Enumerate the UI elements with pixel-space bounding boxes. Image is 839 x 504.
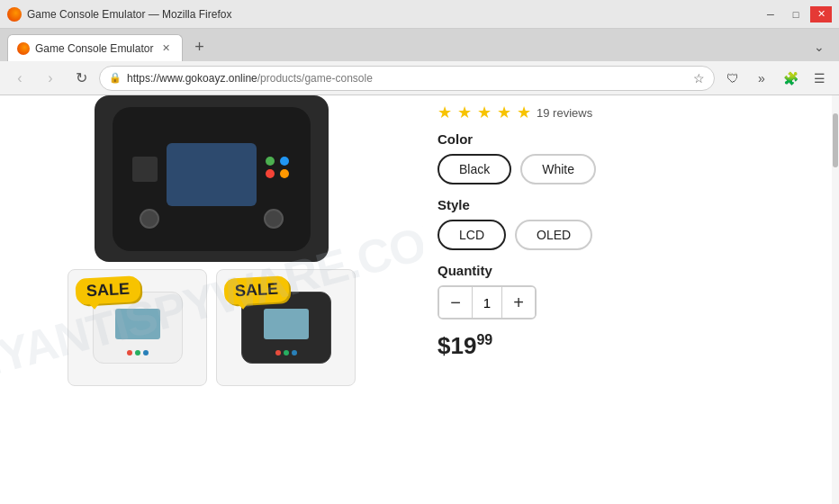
address-bar[interactable]: 🔒 https://www.gokoayz.online/products/ga… [99,66,715,91]
product-info: ★ ★ ★ ★ ★ 19 reviews Color Black White S… [423,95,839,504]
minimize-button[interactable]: ─ [760,6,781,22]
scrollbar-thumb[interactable] [833,113,838,167]
thumb-btn-red2 [275,350,281,356]
btn-y [266,157,275,166]
tabbar: Game Console Emulator ✕ + ⌄ [0,29,839,61]
btn-x [280,157,289,166]
star-1: ★ [438,103,452,122]
quantity-label: Quantity [438,263,825,278]
back-button[interactable]: ‹ [7,66,32,91]
tab-favicon [17,42,30,55]
titlebar: Game Console Emulator — Mozilla Firefox … [0,0,839,29]
refresh-button[interactable]: ↻ [68,66,94,91]
thumb-btn-row-2 [275,350,297,356]
joystick-right [264,209,284,229]
joystick-left [140,209,159,229]
style-options: LCD OLED [438,220,825,250]
bookmark-icon[interactable]: ☆ [693,71,705,86]
style-oled-button[interactable]: OLED [515,220,592,250]
navbar: ‹ › ↻ 🔒 https://www.gokoayz.online/produ… [0,61,839,95]
titlebar-title: Game Console Emulator — Mozilla Firefox [27,8,231,21]
color-label: Color [438,131,825,147]
firefox-icon [7,7,22,22]
nav-right-buttons: 🛡 » 🧩 ☰ [720,66,832,91]
thumb-btn-blue [143,350,149,356]
url-text: https://www.gokoayz.online/products/game… [127,72,688,85]
console-dpad [132,157,158,182]
thumbnail-row: SALE SALE [68,269,356,386]
url-base: https://www.gokoayz.online [127,72,257,85]
quantity-value: 1 [472,287,502,318]
color-options: Black White [438,154,825,184]
thumb-btn-red [127,350,132,356]
thumb-btn-green2 [284,350,289,356]
console-illustration [113,107,311,251]
product-images: SALE SALE [0,95,423,504]
active-tab[interactable]: Game Console Emulator ✕ [7,34,183,61]
tab-close-button[interactable]: ✕ [158,41,173,56]
quantity-control: − 1 + [438,285,537,320]
close-button[interactable]: ✕ [810,6,832,22]
star-2: ★ [457,103,472,122]
quantity-minus-button[interactable]: − [439,287,472,318]
overflow-button[interactable]: » [749,66,774,91]
thumb-btn-green [135,350,140,356]
style-label: Style [438,197,825,212]
sale-badge-2: SALE [223,275,289,305]
price: $1999 [438,332,825,360]
lock-icon: 🔒 [109,72,122,84]
price-cents: 99 [476,332,492,347]
thumb-btn-blue2 [292,350,297,356]
tab-overflow-button[interactable]: ⌄ [807,34,832,59]
star-3: ★ [477,103,492,122]
console-buttons [266,157,291,178]
console-screen [167,143,257,206]
color-section: Color Black White [438,131,825,184]
style-lcd-button[interactable]: LCD [438,220,506,250]
thumb-btn-row-1 [127,350,149,356]
thumb-screen-1 [115,309,160,339]
star-5: ★ [517,103,531,122]
shield-button[interactable]: 🛡 [720,66,745,91]
titlebar-controls: ─ □ ✕ [760,6,832,22]
btn-a [280,169,289,178]
style-section: Style LCD OLED [438,197,825,250]
tab-label: Game Console Emulator [35,42,153,55]
scrollbar[interactable] [832,95,839,504]
main-content: SALE SALE [0,95,839,504]
url-path: /products/game-console [257,72,373,85]
star-4: ★ [497,103,511,122]
btn-b [266,169,275,178]
new-tab-button[interactable]: + [186,34,212,59]
quantity-plus-button[interactable]: + [502,287,535,318]
extensions-button[interactable]: 🧩 [778,66,803,91]
titlebar-left: Game Console Emulator — Mozilla Firefox [7,7,231,22]
sale-badge-1: SALE [75,275,140,305]
thumbnail-1[interactable]: SALE [68,269,207,386]
thumbnail-2[interactable]: SALE [216,269,356,386]
price-section: $1999 [438,332,825,360]
quantity-section: Quantity − 1 + [438,263,825,320]
price-dollar: $19 [438,332,476,359]
thumb-screen-2 [264,309,309,339]
menu-button[interactable]: ☰ [807,66,832,91]
forward-button[interactable]: › [38,66,63,91]
maximize-button[interactable]: □ [785,6,807,22]
color-black-button[interactable]: Black [438,154,511,184]
stars-row: ★ ★ ★ ★ ★ 19 reviews [438,103,825,122]
color-white-button[interactable]: White [520,154,596,184]
main-product-image [95,95,329,262]
reviews-count: 19 reviews [537,106,592,120]
